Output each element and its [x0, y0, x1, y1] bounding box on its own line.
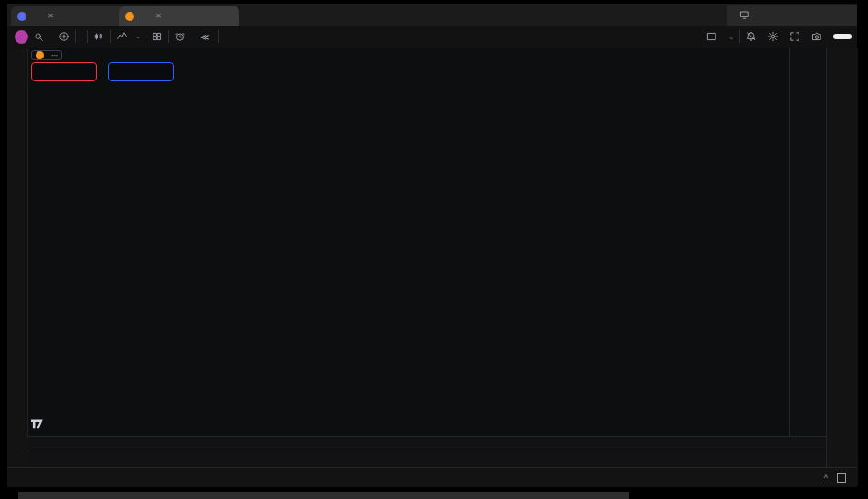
symbol-legend: ⋯: [31, 50, 71, 60]
settings-button[interactable]: [762, 26, 784, 48]
fullscreen-icon: [789, 31, 800, 42]
replay-icon: ≪: [200, 32, 209, 42]
sell-button[interactable]: [31, 62, 97, 81]
taskbar-sliver: [18, 492, 629, 499]
indicators-button[interactable]: ⌄: [111, 26, 146, 48]
close-tab-icon[interactable]: ✕: [155, 12, 162, 20]
chart-plot-area[interactable]: [27, 48, 789, 436]
replay-button[interactable]: ≪: [195, 26, 218, 48]
buy-button[interactable]: [108, 62, 174, 81]
chart-style-button[interactable]: [88, 26, 110, 48]
search-icon: [34, 32, 44, 42]
alert-button[interactable]: [169, 26, 195, 48]
interval-button[interactable]: [76, 26, 87, 48]
alert-manager-button[interactable]: [740, 26, 762, 48]
eth-favicon: [17, 12, 26, 21]
camera-icon: [811, 31, 822, 42]
btc-favicon: [125, 12, 134, 21]
layout-box-icon: [706, 31, 717, 42]
btc-icon: [36, 51, 44, 59]
tradingview-logo-icon: [31, 419, 44, 430]
gear-icon: [767, 31, 778, 42]
fullscreen-button[interactable]: [784, 26, 806, 48]
undo-button[interactable]: [219, 26, 230, 48]
collapse-panel-icon[interactable]: ^: [824, 473, 828, 483]
avatar[interactable]: [15, 30, 28, 44]
layout-name-button[interactable]: ⌄: [723, 26, 739, 48]
new-tab-button[interactable]: [234, 6, 258, 26]
symbol-search[interactable]: [28, 26, 53, 48]
tradingview-logo[interactable]: [31, 419, 48, 430]
bell-slash-icon: [746, 31, 757, 42]
indicator-templates-button[interactable]: [146, 26, 168, 48]
more-icon[interactable]: ⋯: [51, 52, 58, 59]
main-toolbar: ⌄ ≪ ⌄: [7, 26, 857, 48]
chevron-down-icon: ⌄: [135, 33, 141, 40]
publish-button[interactable]: [833, 34, 852, 39]
cast-icon[interactable]: [733, 9, 757, 22]
tab-btcusd[interactable]: ✕: [119, 6, 239, 26]
grid-layout-icon: [152, 31, 163, 42]
date-range-row: [27, 451, 826, 468]
price-axis[interactable]: [789, 48, 827, 436]
tab-ethusdt[interactable]: ✕: [11, 6, 126, 26]
snapshot-button[interactable]: [806, 26, 828, 48]
tradingview-window: { "window": { "tabs": [ {"symbol":"ETHUS…: [0, 0, 868, 499]
symbol-title-box[interactable]: ⋯: [31, 50, 62, 60]
bottom-panel-tabs: ^: [7, 467, 857, 487]
chevron-down-icon: ⌄: [728, 34, 734, 40]
drawing-toolbar: [7, 48, 28, 438]
buy-sell-pills: [31, 62, 174, 81]
candles-icon: [93, 31, 104, 42]
indicators-icon: [116, 31, 128, 42]
redo-button[interactable]: [230, 26, 236, 48]
alarm-clock-icon: [175, 31, 185, 42]
plus-circle-icon: [58, 31, 69, 42]
close-tab-icon[interactable]: ✕: [48, 12, 54, 20]
time-axis[interactable]: [27, 436, 826, 451]
compare-button[interactable]: [53, 26, 75, 48]
browser-tab-strip: ✕ ✕: [7, 4, 857, 26]
right-sidebar: [826, 48, 858, 485]
window-controls: [727, 5, 857, 26]
layout-button[interactable]: [701, 26, 723, 48]
restore-panel-icon[interactable]: [837, 473, 846, 483]
